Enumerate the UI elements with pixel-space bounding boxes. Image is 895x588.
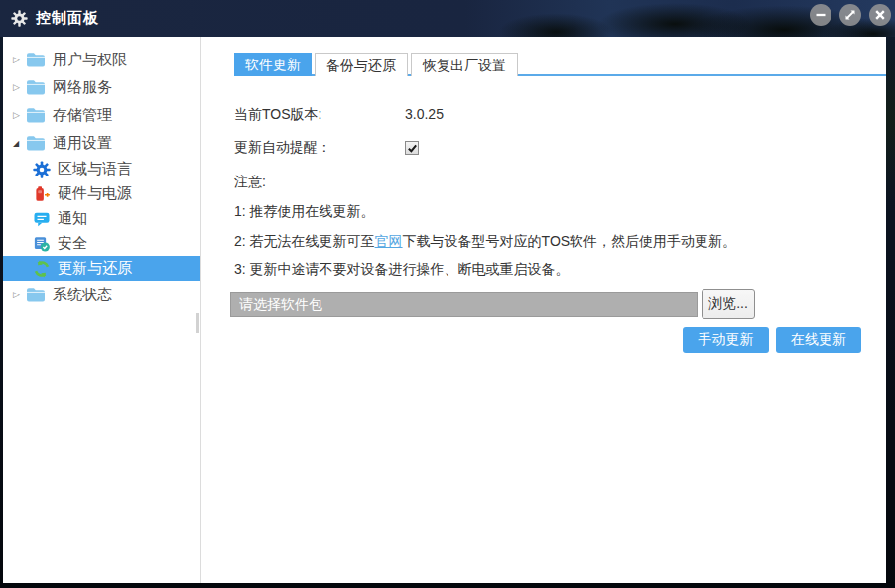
note-1: 1: 推荐使用在线更新。 [234, 201, 375, 221]
sidebar-item-label: 用户与权限 [53, 51, 127, 69]
version-label: 当前TOS版本: [234, 104, 321, 124]
tab-backup-restore[interactable]: 备份与还原 [315, 53, 408, 76]
gear-icon [11, 10, 28, 27]
sidebar-item-label: 存储管理 [53, 106, 112, 125]
sidebar-item-hardware-power[interactable]: 硬件与电源 [3, 181, 200, 206]
folder-icon [26, 52, 46, 67]
titlebar: 控制面板 [0, 0, 895, 37]
auto-remind-label: 更新自动提醒： [234, 137, 331, 157]
chevron-expanded-icon[interactable] [13, 139, 26, 148]
tab-factory-reset[interactable]: 恢复出厂设置 [411, 53, 518, 76]
tab-bar: 软件更新 备份与还原 恢复出厂设置 [234, 53, 521, 76]
chevron-right-icon[interactable] [13, 290, 26, 299]
security-badge-icon [33, 235, 51, 253]
sidebar-item-label: 安全 [58, 234, 87, 253]
sidebar-item-users-permissions[interactable]: 用户与权限 [3, 46, 200, 73]
sidebar-item-general-settings[interactable]: 通用设置 [3, 129, 200, 157]
sidebar-item-region-language[interactable]: 区域与语言 [3, 157, 200, 181]
chevron-right-icon[interactable] [13, 82, 26, 92]
sidebar-item-security[interactable]: 安全 [3, 231, 200, 256]
desktop: 控制面板 [0, 0, 895, 588]
auto-update-checkbox[interactable] [405, 141, 419, 155]
folder-icon [26, 79, 46, 95]
folder-icon [26, 135, 46, 151]
sidebar-item-update-restore[interactable]: 更新与还原 [3, 256, 200, 281]
sidebar-item-label: 硬件与电源 [58, 184, 132, 203]
sidebar-item-label: 通用设置 [53, 134, 112, 153]
official-site-link[interactable]: 官网 [375, 233, 403, 249]
sidebar-item-network-services[interactable]: 网络服务 [3, 73, 200, 101]
sidebar-item-label: 网络服务 [53, 78, 112, 97]
note-3: 3: 更新中途请不要对设备进行操作、断电或重启设备。 [234, 259, 570, 279]
window-title: 控制面板 [36, 9, 99, 28]
minimize-button[interactable] [810, 4, 831, 26]
sidebar: 用户与权限 网络服务 存储管理 通 [3, 37, 201, 583]
sidebar-item-label: 更新与还原 [58, 259, 132, 278]
notes-title: 注意: [234, 172, 266, 191]
version-value: 3.0.25 [405, 104, 444, 124]
refresh-icon [33, 260, 51, 278]
manual-update-button[interactable]: 手动更新 [683, 327, 769, 353]
chevron-right-icon[interactable] [13, 110, 26, 120]
folder-icon [26, 287, 46, 302]
sidebar-item-label: 系统状态 [53, 286, 112, 304]
control-panel-window: 用户与权限 网络服务 存储管理 通 [3, 37, 886, 583]
online-update-button[interactable]: 在线更新 [776, 327, 861, 353]
sidebar-item-notifications[interactable]: 通知 [3, 206, 200, 231]
note-2: 2: 若无法在线更新可至官网下载与设备型号对应的TOS软件，然后使用手动更新。 [234, 231, 736, 251]
tab-software-update[interactable]: 软件更新 [234, 53, 312, 76]
sidebar-item-system-status[interactable]: 系统状态 [3, 281, 200, 308]
browse-button[interactable]: 浏览... [702, 289, 755, 319]
battery-icon [33, 185, 51, 203]
fullscreen-button[interactable] [839, 4, 861, 26]
check-icon [407, 143, 418, 154]
window-controls [810, 4, 891, 26]
sidebar-item-storage-management[interactable]: 存储管理 [3, 101, 200, 129]
note-2-prefix: 2: 若无法在线更新可至 [234, 233, 375, 249]
chat-bubble-icon [33, 210, 51, 228]
folder-icon [26, 107, 46, 123]
chevron-right-icon[interactable] [13, 55, 26, 64]
sidebar-item-label: 通知 [58, 209, 87, 228]
main-content: 软件更新 备份与还原 恢复出厂设置 当前TOS版本: 3.0.25 更新自动提醒… [201, 37, 886, 583]
sidebar-item-label: 区域与语言 [58, 160, 132, 178]
package-file-input[interactable] [230, 292, 698, 317]
sidebar-scrollbar[interactable] [196, 313, 199, 333]
note-2-suffix: 下载与设备型号对应的TOS软件，然后使用手动更新。 [403, 233, 737, 249]
close-button[interactable] [869, 4, 891, 26]
gear-icon [33, 161, 51, 178]
